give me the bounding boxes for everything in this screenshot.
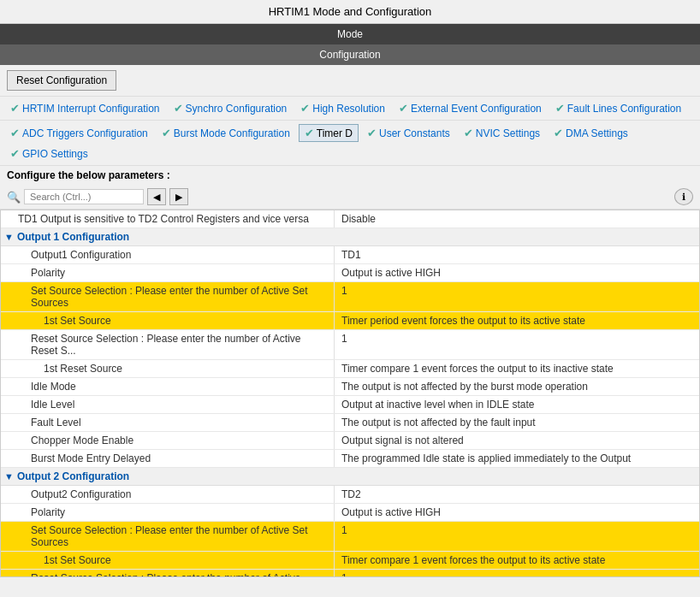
- tab-label-burstmode: Burst Mode Configuration: [174, 127, 290, 139]
- tab-burstmode[interactable]: ✔Burst Mode Configuration: [157, 125, 295, 141]
- tab-check-synchro: ✔: [174, 102, 183, 115]
- search-bar: 🔍 ◀ ▶ ℹ: [0, 185, 700, 210]
- tabs-row1: ✔HRTIM Interrupt Configuration✔Synchro C…: [0, 97, 700, 121]
- tab-check-timerd: ✔: [305, 127, 314, 139]
- search-icon: 🔍: [7, 191, 21, 204]
- param-name: Idle Level: [1, 396, 335, 413]
- tab-label-nvic: NVIC Settings: [476, 127, 540, 139]
- param-value: Output signal is not altered: [335, 432, 699, 449]
- tab-faultlines[interactable]: ✔Fault Lines Configuration: [550, 100, 686, 116]
- table-row: Set Source Selection : Please enter the …: [1, 282, 699, 312]
- param-name: 1st Set Source: [1, 312, 335, 329]
- tab-check-burstmode: ✔: [162, 127, 171, 139]
- section-header-output1[interactable]: ▼Output 1 Configuration: [1, 228, 699, 246]
- tab-label-highres: High Resolution: [312, 103, 385, 115]
- tab-label-faultlines: Fault Lines Configuration: [567, 103, 681, 115]
- param-name: Burst Mode Entry Delayed: [1, 450, 335, 467]
- param-value: The output is not affected by the fault …: [335, 414, 699, 431]
- configure-label: Configure the below parameters :: [0, 166, 700, 185]
- tab-hrtim[interactable]: ✔HRTIM Interrupt Configuration: [5, 100, 165, 116]
- param-value: 1: [335, 522, 699, 551]
- title-bar: HRTIM1 Mode and Configuration: [0, 0, 700, 24]
- param-value: Timer period event forces the output to …: [335, 312, 699, 329]
- param-name: Polarity: [1, 504, 335, 521]
- tab-synchro[interactable]: ✔Synchro Configuration: [169, 100, 293, 116]
- tab-check-dma: ✔: [554, 127, 563, 139]
- tab-check-hrtim: ✔: [10, 102, 20, 115]
- param-value: Timer compare 1 event forces the output …: [335, 360, 699, 377]
- app-title: HRTIM1 Mode and Configuration: [0, 0, 700, 24]
- tab-check-highres: ✔: [300, 102, 310, 115]
- table-row: Output1 ConfigurationTD1: [1, 246, 699, 264]
- tab-highres[interactable]: ✔High Resolution: [295, 100, 390, 116]
- param-value: Timer compare 1 event forces the output …: [335, 552, 699, 569]
- tab-check-adctrig: ✔: [10, 127, 20, 139]
- table-row: Reset Source Selection : Please enter th…: [1, 570, 699, 577]
- tab-label-hrtim: HRTIM Interrupt Configuration: [22, 103, 160, 115]
- tab-check-nvic: ✔: [464, 127, 473, 139]
- prev-search-button[interactable]: ◀: [147, 188, 166, 205]
- tab-label-dma: DMA Settings: [566, 127, 628, 139]
- next-search-button[interactable]: ▶: [169, 188, 188, 205]
- config-bar: Configuration: [0, 44, 700, 65]
- collapse-icon[interactable]: ▼: [4, 232, 14, 242]
- table-row: TD1 Output is sensitive to TD2 Control R…: [1, 210, 699, 228]
- param-name: Reset Source Selection : Please enter th…: [1, 570, 335, 577]
- table-row: Output2 ConfigurationTD2: [1, 486, 699, 504]
- tab-nvic[interactable]: ✔NVIC Settings: [459, 125, 545, 141]
- param-value: The programmed Idle state is applied imm…: [335, 450, 699, 467]
- param-name: Output1 Configuration: [1, 246, 335, 263]
- param-value: 1: [335, 282, 699, 311]
- tab-check-userconst: ✔: [367, 127, 377, 139]
- param-value: Disable: [335, 210, 699, 228]
- reset-config-button[interactable]: Reset Configuration: [7, 70, 116, 91]
- tab-extevt[interactable]: ✔External Event Configuration: [394, 100, 547, 116]
- content-area: TD1 Output is sensitive to TD2 Control R…: [0, 210, 700, 577]
- section-header-output2[interactable]: ▼Output 2 Configuration: [1, 468, 699, 486]
- table-row: Chopper Mode EnableOutput signal is not …: [1, 432, 699, 450]
- tab-check-faultlines: ✔: [555, 102, 565, 115]
- param-name: Chopper Mode Enable: [1, 432, 335, 449]
- section-label: Output 1 Configuration: [17, 231, 129, 243]
- param-name: Output2 Configuration: [1, 486, 335, 503]
- param-name: Reset Source Selection : Please enter th…: [1, 330, 335, 359]
- param-name: Set Source Selection : Please enter the …: [1, 522, 335, 551]
- table-row: Burst Mode Entry DelayedThe programmed I…: [1, 450, 699, 468]
- table-row: Set Source Selection : Please enter the …: [1, 522, 699, 552]
- param-name: TD1 Output is sensitive to TD2 Control R…: [1, 210, 335, 228]
- param-name: 1st Reset Source: [1, 360, 335, 377]
- tab-gpio[interactable]: ✔GPIO Settings: [5, 145, 93, 162]
- tab-adctrig[interactable]: ✔ADC Triggers Configuration: [5, 125, 153, 141]
- param-value: TD1: [335, 246, 699, 263]
- info-button[interactable]: ℹ: [674, 188, 693, 205]
- table-row: PolarityOutput is active HIGH: [1, 264, 699, 282]
- tab-label-extevt: External Event Configuration: [411, 103, 542, 115]
- param-value: Output is active HIGH: [335, 264, 699, 281]
- param-name: Fault Level: [1, 414, 335, 431]
- table-row: 1st Set SourceTimer period event forces …: [1, 312, 699, 330]
- param-value: Output at inactive level when in IDLE st…: [335, 396, 699, 413]
- tab-timerd[interactable]: ✔Timer D: [299, 124, 359, 142]
- param-value: 1: [335, 330, 699, 359]
- toolbar: Reset Configuration: [0, 65, 700, 97]
- table-row: Fault LevelThe output is not affected by…: [1, 414, 699, 432]
- tab-label-timerd: Timer D: [317, 127, 353, 139]
- param-name: Idle Mode: [1, 378, 335, 395]
- mode-bar: Mode: [0, 24, 700, 44]
- param-value: 1: [335, 570, 699, 577]
- tabs-row2: ✔ADC Triggers Configuration✔Burst Mode C…: [0, 121, 700, 166]
- param-name: Polarity: [1, 264, 335, 281]
- table-row: Idle ModeThe output is not affected by t…: [1, 378, 699, 396]
- tab-check-gpio: ✔: [10, 147, 20, 160]
- table-row: 1st Set SourceTimer compare 1 event forc…: [1, 552, 699, 570]
- param-value: The output is not affected by the burst …: [335, 378, 699, 395]
- tab-dma[interactable]: ✔DMA Settings: [549, 125, 633, 141]
- param-value: Output is active HIGH: [335, 504, 699, 521]
- tab-userconst[interactable]: ✔User Constants: [362, 125, 455, 141]
- search-input[interactable]: [24, 189, 144, 204]
- table-row: PolarityOutput is active HIGH: [1, 504, 699, 522]
- collapse-icon[interactable]: ▼: [4, 471, 14, 482]
- tab-label-userconst: User Constants: [379, 127, 450, 139]
- table-row: Reset Source Selection : Please enter th…: [1, 330, 699, 360]
- section-label: Output 2 Configuration: [17, 470, 129, 482]
